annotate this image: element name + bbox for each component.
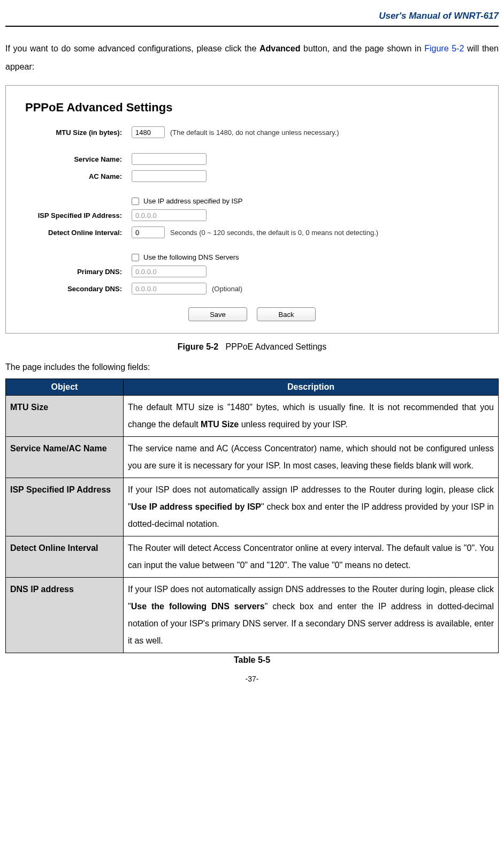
use-dns-checkbox-row[interactable]: Use the following DNS Servers	[132, 253, 487, 261]
screenshot-title: PPPoE Advanced Settings	[25, 101, 487, 115]
table-cell-description: The service name and AC (Access Concentr…	[124, 437, 499, 478]
service-name-label: Service Name:	[17, 155, 132, 163]
use-ip-checkbox[interactable]	[132, 198, 139, 205]
table-cell-description: If your ISP does not automatically assig…	[124, 578, 499, 653]
intro-mid: button, and the page shown in	[300, 44, 424, 53]
save-button[interactable]: Save	[188, 307, 247, 321]
table-header-object: Object	[6, 379, 124, 396]
description-table: Object Description MTU SizeThe default M…	[5, 379, 499, 653]
use-dns-checkbox[interactable]	[132, 254, 139, 261]
table-header-description: Description	[124, 379, 499, 396]
intro-paragraph: If you want to do some advanced configur…	[5, 40, 499, 75]
table-row: DNS IP addressIf your ISP does not autom…	[6, 578, 499, 653]
figure-caption: Figure 5-2 PPPoE Advanced Settings	[5, 342, 499, 352]
back-button[interactable]: Back	[257, 307, 316, 321]
page-number: -37-	[5, 675, 499, 683]
intro-prefix: If you want to do some advanced configur…	[5, 44, 259, 53]
table-cell-object: ISP Specified IP Address	[6, 478, 124, 536]
screenshot-pppoe-advanced: PPPoE Advanced Settings MTU Size (in byt…	[5, 85, 499, 334]
intro-bold: Advanced	[259, 44, 300, 53]
table-cell-object: Detect Online Interval	[6, 536, 124, 578]
secondary-dns-note: (Optional)	[212, 285, 242, 293]
table-row: Detect Online IntervalThe Router will de…	[6, 536, 499, 578]
figure-caption-text: PPPoE Advanced Settings	[226, 342, 327, 351]
table-row: ISP Specified IP AddressIf your ISP does…	[6, 478, 499, 536]
table-intro: The page includes the following fields:	[5, 362, 499, 372]
table-cell-object: Service Name/AC Name	[6, 437, 124, 478]
detect-interval-input[interactable]	[132, 226, 165, 238]
secondary-dns-input[interactable]	[132, 283, 207, 294]
ac-name-label: AC Name:	[17, 172, 132, 180]
use-ip-label: Use IP address specified by ISP	[143, 197, 242, 205]
figure-caption-bold: Figure 5-2	[178, 342, 218, 351]
isp-ip-input[interactable]	[132, 209, 207, 221]
use-dns-label: Use the following DNS Servers	[143, 253, 239, 261]
table-cell-description: The Router will detect Access Concentrat…	[124, 536, 499, 578]
manual-header: User's Manual of WNRT-617	[5, 11, 499, 27]
table-row: Service Name/AC NameThe service name and…	[6, 437, 499, 478]
service-name-input[interactable]	[132, 153, 207, 165]
use-ip-checkbox-row[interactable]: Use IP address specified by ISP	[132, 197, 487, 205]
mtu-size-label: MTU Size (in bytes):	[17, 128, 132, 137]
table-cell-description: If your ISP does not automatically assig…	[124, 478, 499, 536]
table-row: MTU SizeThe default MTU size is "1480" b…	[6, 396, 499, 437]
table-cell-object: MTU Size	[6, 396, 124, 437]
figure-reference-link[interactable]: Figure 5-2	[424, 44, 464, 53]
secondary-dns-label: Secondary DNS:	[17, 285, 132, 293]
detect-interval-label: Detect Online Interval:	[17, 229, 132, 237]
mtu-size-note: (The default is 1480, do not change unle…	[170, 128, 339, 137]
mtu-size-input[interactable]	[132, 126, 165, 138]
isp-ip-label: ISP Specified IP Address:	[17, 211, 132, 220]
primary-dns-input[interactable]	[132, 266, 207, 277]
primary-dns-label: Primary DNS:	[17, 268, 132, 276]
table-caption: Table 5-5	[5, 655, 499, 665]
detect-interval-note: Seconds (0 ~ 120 seconds, the default is…	[170, 229, 378, 237]
table-cell-object: DNS IP address	[6, 578, 124, 653]
ac-name-input[interactable]	[132, 170, 207, 182]
table-cell-description: The default MTU size is "1480" bytes, wh…	[124, 396, 499, 437]
